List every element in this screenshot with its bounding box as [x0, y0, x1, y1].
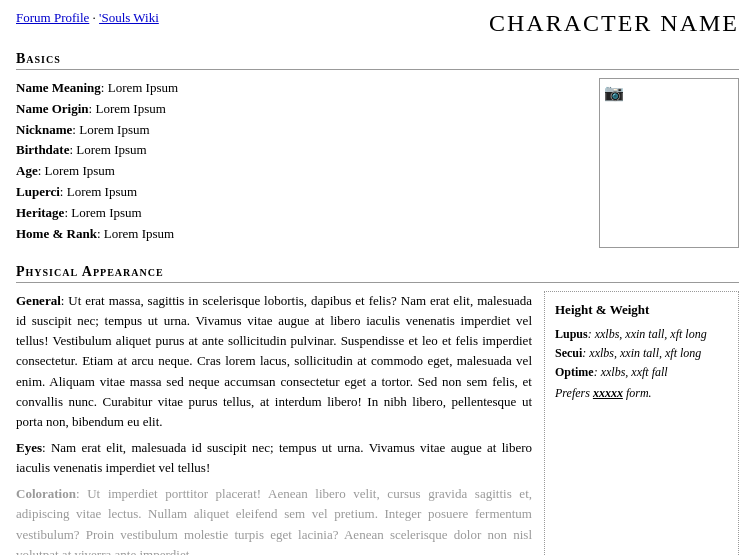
physical-section-header: Physical Appearance: [16, 264, 739, 283]
basics-field-row: Name Origin: Lorem Ipsum: [16, 99, 589, 120]
character-name-title: CHARACTER NAME: [489, 10, 739, 37]
basics-field-row: Name Meaning: Lorem Ipsum: [16, 78, 589, 99]
physical-coloration: Coloration: Ut imperdiet porttitor place…: [16, 484, 532, 555]
nav-links: Forum Profile · 'Souls Wiki: [16, 10, 159, 26]
physical-content: General: Ut erat massa, sagittis in scel…: [16, 291, 739, 555]
basics-field-row: Birthdate: Lorem Ipsum: [16, 140, 589, 161]
basics-field-row: Nickname: Lorem Ipsum: [16, 120, 589, 141]
hw-row: Lupus: xxlbs, xxin tall, xft long: [555, 325, 728, 344]
basics-field-row: Heritage: Lorem Ipsum: [16, 203, 589, 224]
hw-row: Optime: xxlbs, xxft fall: [555, 363, 728, 382]
basics-content: Name Meaning: Lorem IpsumName Origin: Lo…: [16, 78, 739, 248]
character-image-box: 📷: [599, 78, 739, 248]
height-weight-box: Height & WeightLupus: xxlbs, xxin tall, …: [544, 291, 739, 555]
physical-main-text: General: Ut erat massa, sagittis in scel…: [16, 291, 532, 555]
forum-profile-link[interactable]: Forum Profile: [16, 10, 89, 25]
souls-wiki-link[interactable]: 'Souls Wiki: [99, 10, 159, 25]
hw-note: Prefers xxxxx form.: [555, 384, 728, 403]
basics-field-row: Age: Lorem Ipsum: [16, 161, 589, 182]
image-placeholder-icon: 📷: [604, 83, 624, 102]
page-header: Forum Profile · 'Souls Wiki CHARACTER NA…: [16, 10, 739, 37]
physical-general: General: Ut erat massa, sagittis in scel…: [16, 291, 532, 432]
basics-section: Basics Name Meaning: Lorem IpsumName Ori…: [16, 51, 739, 248]
nav-separator: ·: [89, 10, 99, 25]
basics-field-row: Luperci: Lorem Ipsum: [16, 182, 589, 203]
hw-title: Height & Weight: [555, 300, 728, 321]
basics-fields: Name Meaning: Lorem IpsumName Origin: Lo…: [16, 78, 589, 248]
hw-row: Secui: xxlbs, xxin tall, xft long: [555, 344, 728, 363]
basics-field-row: Home & Rank: Lorem Ipsum: [16, 224, 589, 245]
physical-eyes: Eyes: Nam erat elit, malesuada id suscip…: [16, 438, 532, 478]
physical-section: Physical Appearance General: Ut erat mas…: [16, 264, 739, 555]
basics-section-header: Basics: [16, 51, 739, 70]
